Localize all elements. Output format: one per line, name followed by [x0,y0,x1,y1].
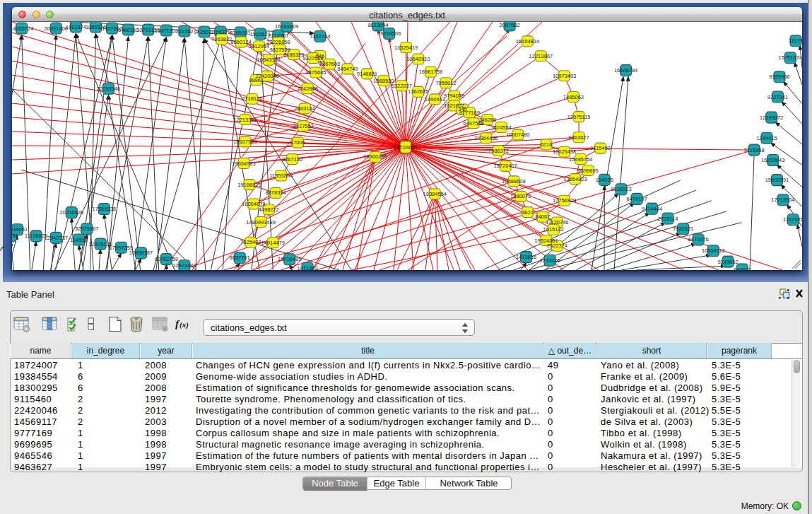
svg-text:1733426: 1733426 [539,257,560,264]
svg-text:18640910: 18640910 [406,56,430,62]
svg-text:13325419: 13325419 [394,45,418,51]
svg-text:39151: 39151 [12,233,18,239]
svg-text:17359938: 17359938 [93,206,116,212]
svg-text:8878334: 8878334 [265,189,286,196]
svg-text:6216: 6216 [541,141,553,148]
svg-text:10654112: 10654112 [702,247,725,254]
svg-text:7986372: 7986372 [488,148,509,154]
svg-text:9245652: 9245652 [717,259,738,265]
svg-text:16961758: 16961758 [419,69,442,75]
svg-text:7242848: 7242848 [297,86,317,92]
svg-text:19384554: 19384554 [423,191,447,197]
svg-text:1971342: 1971342 [297,265,317,270]
svg-text:32975867: 32975867 [75,226,98,232]
svg-text:7663822: 7663822 [211,36,232,42]
svg-text:1244415: 1244415 [756,135,777,141]
svg-text:11353594: 11353594 [269,173,293,179]
svg-text:1480993489: 1480993489 [246,219,276,226]
svg-text:1990443: 1990443 [425,96,445,103]
svg-text:3875685: 3875685 [305,69,326,76]
svg-text:9777169: 9777169 [459,110,480,116]
svg-text:3624554: 3624554 [491,124,512,131]
svg-text:19218506: 19218506 [377,30,401,37]
svg-text:16033809: 16033809 [275,23,298,30]
svg-text:3267130: 3267130 [282,156,302,163]
svg-text:10025438: 10025438 [553,148,576,155]
svg-text:9463627: 9463627 [568,134,589,141]
svg-text:9146821: 9146821 [357,71,377,77]
svg-text:3621: 3621 [522,209,534,216]
svg-text:7485063: 7485063 [563,94,584,100]
svg-text:15751074: 15751074 [779,54,802,61]
svg-text:10607480: 10607480 [506,132,529,138]
svg-text:2803144: 2803144 [295,105,315,112]
svg-text:12093872: 12093872 [760,115,783,121]
svg-text:944501: 944501 [734,267,751,270]
svg-text:15720407: 15720407 [494,163,517,169]
svg-text:11120746: 11120746 [546,219,568,226]
svg-text:98961: 98961 [249,77,264,83]
svg-text:9657791: 9657791 [230,255,250,261]
svg-text:12213369: 12213369 [233,117,257,123]
svg-text:16543362: 16543362 [257,57,281,63]
svg-text:16671355: 16671355 [155,28,178,34]
svg-text:7357224: 7357224 [310,33,330,40]
svg-text:2522374: 2522374 [547,243,567,249]
svg-text:6466160: 6466160 [118,27,139,33]
svg-text:2718126: 2718126 [242,95,262,102]
svg-text:18300295: 18300295 [363,153,387,160]
svg-text:10973493: 10973493 [553,73,576,79]
svg-text:6479197: 6479197 [626,196,647,202]
svg-text:1835051: 1835051 [12,226,28,233]
svg-text:8813054: 8813054 [367,22,388,28]
svg-text:10958187: 10958187 [129,250,153,256]
svg-text:1880072: 1880072 [510,193,531,199]
svg-text:20364436: 20364436 [474,135,498,141]
svg-text:1195372: 1195372 [211,29,231,35]
svg-text:8265391: 8265391 [230,30,251,36]
svg-text:12942737: 12942737 [45,235,68,241]
svg-text:1903374: 1903374 [66,24,86,30]
svg-text:9329966: 9329966 [769,74,789,80]
svg-text:16648784: 16648784 [614,67,637,74]
svg-text:22053346: 22053346 [97,86,120,92]
svg-text:7625402: 7625402 [240,239,261,245]
svg-text:4498222: 4498222 [259,206,279,213]
svg-text:12213967: 12213967 [529,53,553,59]
svg-text:2212907: 2212907 [268,33,288,39]
svg-text:14914479: 14914479 [261,240,285,246]
svg-text:1167535: 1167535 [783,216,802,223]
svg-text:17006: 17006 [290,139,305,146]
svg-text:751552: 751552 [175,28,193,35]
svg-text:15716485: 15716485 [278,256,301,262]
svg-text:18724007: 18724007 [393,144,418,151]
svg-text:16210643: 16210643 [761,157,784,163]
svg-text:15692991: 15692991 [765,177,789,183]
svg-text:23226058: 23226058 [266,39,290,45]
svg-text:9699695: 9699695 [578,168,599,174]
svg-text:8938923: 8938923 [611,186,631,192]
svg-text:14055724: 14055724 [12,25,33,32]
svg-text:1362635: 1362635 [408,88,428,95]
svg-text:19654983: 19654983 [232,160,255,167]
svg-text:10782759: 10782759 [155,256,178,262]
svg-text:1615132: 1615132 [543,226,564,233]
svg-text:12923448: 12923448 [172,262,196,269]
svg-text:13654923: 13654923 [563,176,587,182]
svg-text:2935114: 2935114 [658,216,678,222]
svg-text:1413816: 1413816 [516,254,536,260]
svg-text:3215958: 3215958 [743,147,764,153]
svg-text:8427552: 8427552 [293,123,314,129]
svg-text:17018504: 17018504 [771,197,794,203]
svg-text:10688609: 10688609 [502,178,525,185]
svg-text:164095: 164095 [596,177,613,183]
svg-text:19166825: 19166825 [237,182,261,188]
svg-text:9227341: 9227341 [767,94,788,100]
svg-text:12975115: 12975115 [567,114,591,120]
svg-text:6497568: 6497568 [463,120,483,127]
svg-text:7632621: 7632621 [673,226,693,232]
svg-text:11123: 11123 [789,37,802,44]
svg-text:2087682: 2087682 [499,22,519,28]
svg-text:20691406: 20691406 [45,25,68,32]
svg-text:8186323: 8186323 [283,52,304,58]
